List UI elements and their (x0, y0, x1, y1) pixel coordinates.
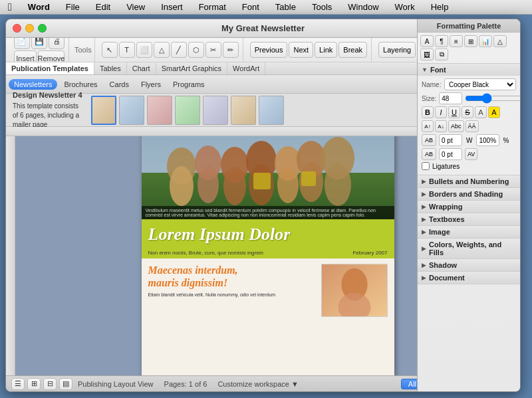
fp-spacing-val2[interactable] (439, 148, 462, 160)
text-tool[interactable]: T (119, 42, 135, 58)
link-button[interactable]: Link (315, 42, 337, 58)
template-thumb-2[interactable] (119, 96, 144, 125)
maximize-button[interactable] (38, 24, 47, 33)
subheadline-text: Non enim nociis, Brute, cum, que nomisis… (148, 250, 263, 256)
page-header-image: Vestibulum maseentit metus sed blandit f… (142, 136, 394, 219)
fp-font-section: ▼ Font Name: Cooper Black Size: (418, 136, 520, 175)
cat-programs[interactable]: Programs (168, 79, 210, 90)
template-title: Design Newsletter 4 (13, 90, 86, 100)
menu-bar:  Word File Edit View Insert Format Font… (0, 0, 532, 15)
tab-smartart[interactable]: SmartArt Graphics (156, 62, 227, 74)
menu-help[interactable]: Help (428, 2, 452, 12)
line-tool[interactable]: ╱ (171, 42, 187, 58)
status-view-icons: ☰ ⊞ ⊟ ▤ (11, 378, 72, 390)
fp-ab-btn1: AB (422, 136, 436, 146)
tab-wordart[interactable]: WordArt (227, 62, 265, 74)
fp-section-header-6[interactable]: ▶ Shadow (418, 259, 520, 271)
cat-brochures[interactable]: Brochures (59, 79, 102, 90)
fp-section-3: ▶ Textboxes (418, 213, 520, 226)
menu-file[interactable]: File (63, 2, 82, 12)
template-thumb-6[interactable] (231, 96, 256, 125)
fp-section-header-5[interactable]: ▶ Colors, Weights, and Fills (418, 239, 520, 258)
template-thumb-3[interactable] (147, 96, 172, 125)
subheadline-bar: Non enim nociis, Brute, cum, que nomisis… (142, 250, 394, 258)
template-desc-text: This template consists of 6 pages, inclu… (13, 102, 86, 130)
close-button[interactable] (13, 24, 21, 33)
menu-font[interactable]: Font (239, 2, 262, 12)
menu-work[interactable]: Work (392, 2, 418, 12)
menu-format[interactable]: Format (196, 2, 229, 12)
cat-flyers[interactable]: Flyers (136, 79, 166, 90)
fp-section-header-1[interactable]: ▶ Borders and Shading (418, 188, 520, 200)
tab-chart[interactable]: Chart (127, 62, 156, 74)
draw-tool[interactable]: ✏ (223, 42, 239, 58)
fp-section-0: ▶ Bullets and Numbering (418, 175, 520, 188)
template-thumb-4[interactable] (175, 96, 200, 125)
fp-ligatures-label: Ligatures (432, 163, 460, 170)
page-body: Maecenas interdum, mauris dignissim! Eti… (142, 258, 394, 322)
template-description: Design Newsletter 4 This template consis… (13, 90, 86, 130)
fp-section-header-0[interactable]: ▶ Bullets and Numbering (418, 175, 520, 187)
status-pages: Pages: 1 of 6 (164, 380, 207, 388)
menu-word[interactable]: Word (25, 2, 53, 12)
toolbar-nav-section: Previous Next Link Break (246, 38, 372, 62)
cat-cards[interactable]: Cards (104, 79, 134, 90)
view-icon-3[interactable]: ⊟ (43, 378, 57, 390)
template-thumb-5[interactable] (203, 96, 228, 125)
apple-menu[interactable]:  (5, 1, 15, 13)
status-view-label: Publishing Layout View (78, 380, 154, 388)
menu-view[interactable]: View (124, 2, 148, 12)
crop-tool[interactable]: ✂ (205, 42, 221, 58)
fp-section-5: ▶ Colors, Weights, and Fills (418, 239, 520, 259)
view-icon-2[interactable]: ⊞ (27, 378, 41, 390)
fp-font-content: Name: Cooper Black Size: B I U (418, 136, 520, 175)
fp-spacing-row2: AB AV (422, 148, 516, 160)
menu-insert[interactable]: Insert (158, 2, 186, 12)
view-icon-1[interactable]: ☰ (11, 378, 25, 390)
menu-window[interactable]: Window (345, 2, 381, 12)
fp-width-val[interactable] (476, 136, 499, 146)
headline-bar: Lorem Ipsum Dolor (142, 219, 394, 250)
image-tool[interactable]: ⬜ (136, 42, 152, 58)
view-icon-4[interactable]: ▤ (59, 378, 72, 390)
link-tool[interactable]: ⬡ (188, 42, 204, 58)
menu-tools[interactable]: Tools (309, 2, 334, 12)
break-button[interactable]: Break (338, 42, 367, 58)
next-button[interactable]: Next (289, 42, 313, 58)
fp-section-6: ▶ Shadow (418, 259, 520, 272)
menu-table[interactable]: Table (273, 2, 299, 12)
tab-publication-templates[interactable]: Publication Templates (6, 62, 94, 74)
fp-spacing-val1[interactable] (439, 136, 462, 146)
tab-tables[interactable]: Tables (94, 62, 127, 74)
fp-kern-button[interactable]: AV (465, 148, 477, 160)
fp-ligatures-checkbox[interactable] (422, 162, 430, 170)
fp-collapsed-sections: ▶ Bullets and Numbering ▶ Borders and Sh… (418, 175, 520, 284)
fp-section-header-2[interactable]: ▶ Wrapping (418, 201, 520, 213)
layering-button[interactable]: Layering (378, 42, 416, 58)
fp-ligatures-row: Ligatures (422, 162, 516, 170)
headline-text: Lorem Ipsum Dolor (148, 225, 388, 245)
fp-section-header-4[interactable]: ▶ Image (418, 226, 520, 238)
right-photo (321, 264, 388, 317)
page-body-left: Maecenas interdum, mauris dignissim! Eti… (148, 264, 316, 317)
select-tool[interactable]: ↖ (102, 42, 118, 58)
template-thumb-1[interactable] (91, 96, 116, 125)
toolbar-tab-group: Publication Templates Tables Chart Smart… (6, 62, 265, 74)
menu-edit[interactable]: Edit (93, 2, 113, 12)
previous-button[interactable]: Previous (250, 42, 288, 58)
fp-section-1: ▶ Borders and Shading (418, 188, 520, 201)
template-thumb-7[interactable] (259, 96, 284, 125)
minimize-button[interactable] (25, 24, 34, 33)
body-text: Etiam blandit vehicula velit. Nulla nonu… (148, 292, 316, 298)
fp-section-header-7[interactable]: ▶ Document (418, 272, 520, 284)
cat-newsletters[interactable]: Newsletters (9, 79, 57, 90)
status-customize[interactable]: Customize workspace ▼ (217, 380, 299, 388)
fp-ab-btn2: AB (422, 148, 436, 160)
caption-text: Vestibulum maseentit metus sed blandit f… (146, 208, 390, 217)
window-title: My Great Newsletter (221, 23, 305, 33)
shape-tool[interactable]: △ (154, 42, 170, 58)
fp-section-header-3[interactable]: ▶ Textboxes (418, 213, 520, 225)
orange-headline: Maecenas interdum, mauris dignissim! (148, 264, 316, 289)
page-caption: Vestibulum maseentit metus sed blandit f… (142, 206, 394, 219)
fp-section-7: ▶ Document (418, 272, 520, 284)
